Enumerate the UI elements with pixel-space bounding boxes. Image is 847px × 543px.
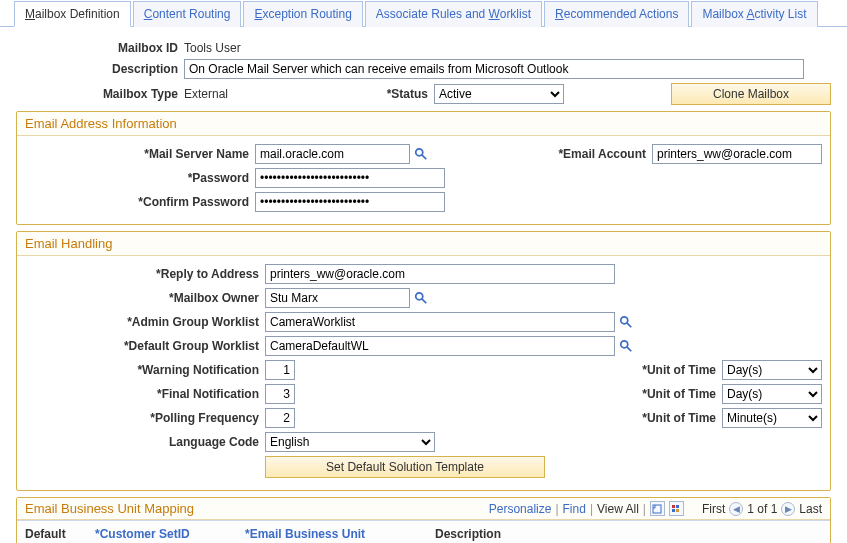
mail-server-label: *Mail Server Name (25, 147, 255, 161)
email-account-input[interactable] (652, 144, 822, 164)
tab-content-routing[interactable]: Content Routing (133, 1, 242, 27)
owner-label: *Mailbox Owner (25, 291, 265, 305)
svg-rect-10 (676, 505, 679, 508)
grid-pager: 1 of 1 (747, 502, 777, 516)
section-email-handling: Email Handling *Reply to Address *Mailbo… (16, 231, 831, 491)
final-label: *Final Notification (25, 387, 265, 401)
tab-recommended-actions[interactable]: Recommended Actions (544, 1, 689, 27)
lookup-icon[interactable] (414, 291, 428, 305)
warning-input[interactable] (265, 360, 295, 380)
grid-header-row: Default *Customer SetID *Email Business … (17, 520, 830, 543)
svg-point-4 (621, 317, 628, 324)
default-worklist-label: *Default Group Worklist (25, 339, 265, 353)
section-title: Email Address Information (17, 112, 830, 136)
status-label: *Status (374, 87, 434, 101)
confirm-password-label: *Confirm Password (25, 195, 255, 209)
download-icon[interactable] (669, 501, 684, 516)
zoom-icon[interactable] (650, 501, 665, 516)
grid-last[interactable]: Last (799, 502, 822, 516)
uot-label-1: *Unit of Time (622, 363, 722, 377)
mailbox-id-label: Mailbox ID (16, 41, 184, 55)
mailbox-type-label: Mailbox Type (16, 87, 184, 101)
description-label: Description (16, 62, 184, 76)
svg-rect-12 (676, 509, 679, 512)
svg-line-7 (627, 347, 631, 351)
grid-first[interactable]: First (702, 502, 725, 516)
reply-label: *Reply to Address (25, 267, 265, 281)
tab-strip: Mailbox Definition Content Routing Excep… (0, 0, 847, 27)
poll-input[interactable] (265, 408, 295, 428)
svg-line-5 (627, 323, 631, 327)
prev-icon[interactable]: ◀ (729, 502, 743, 516)
confirm-password-input[interactable] (255, 192, 445, 212)
svg-rect-8 (653, 505, 661, 513)
reply-input[interactable] (265, 264, 615, 284)
status-select[interactable]: Active (434, 84, 564, 104)
email-account-label: *Email Account (512, 147, 652, 161)
col-description: Description (427, 520, 766, 543)
mailbox-id-value: Tools User (184, 41, 241, 55)
grid-title: Email Business Unit Mapping (25, 501, 194, 516)
lookup-icon[interactable] (414, 147, 428, 161)
next-icon[interactable]: ▶ (781, 502, 795, 516)
svg-rect-9 (672, 505, 675, 508)
svg-line-3 (422, 299, 426, 303)
uot-select-3[interactable]: Minute(s) (722, 408, 822, 428)
col-email-bu[interactable]: *Email Business Unit (237, 520, 427, 543)
mailbox-type-value: External (184, 87, 374, 101)
mail-server-input[interactable] (255, 144, 410, 164)
description-input[interactable] (184, 59, 804, 79)
tab-mailbox-activity-list[interactable]: Mailbox Activity List (691, 1, 817, 27)
uot-select-1[interactable]: Day(s) (722, 360, 822, 380)
tab-exception-routing[interactable]: Exception Routing (243, 1, 362, 27)
clone-mailbox-button[interactable]: Clone Mailbox (671, 83, 831, 105)
default-worklist-input[interactable] (265, 336, 615, 356)
lookup-icon[interactable] (619, 339, 633, 353)
col-default: Default (17, 520, 87, 543)
admin-worklist-input[interactable] (265, 312, 615, 332)
section-email-bu-mapping: Email Business Unit Mapping Personalize … (16, 497, 831, 543)
owner-input[interactable] (265, 288, 410, 308)
tab-associate-rules-worklist[interactable]: Associate Rules and Worklist (365, 1, 542, 27)
set-default-template-button[interactable]: Set Default Solution Template (265, 456, 545, 478)
svg-line-1 (422, 155, 426, 159)
lookup-icon[interactable] (619, 315, 633, 329)
lang-label: Language Code (25, 435, 265, 449)
svg-point-2 (416, 293, 423, 300)
tab-mailbox-definition[interactable]: Mailbox Definition (14, 1, 131, 27)
lang-select[interactable]: English (265, 432, 435, 452)
grid-find-link[interactable]: Find (563, 502, 586, 516)
section-title: Email Handling (17, 232, 830, 256)
svg-point-6 (621, 341, 628, 348)
password-label: *Password (25, 171, 255, 185)
uot-label-3: *Unit of Time (622, 411, 722, 425)
section-email-address-info: Email Address Information *Mail Server N… (16, 111, 831, 225)
admin-worklist-label: *Admin Group Worklist (25, 315, 265, 329)
svg-rect-11 (672, 509, 675, 512)
col-customer-setid[interactable]: *Customer SetID (87, 520, 237, 543)
warning-label: *Warning Notification (25, 363, 265, 377)
uot-label-2: *Unit of Time (622, 387, 722, 401)
grid-view-all[interactable]: View All (597, 502, 639, 516)
grid-personalize-link[interactable]: Personalize (489, 502, 552, 516)
uot-select-2[interactable]: Day(s) (722, 384, 822, 404)
svg-point-0 (416, 149, 423, 156)
password-input[interactable] (255, 168, 445, 188)
poll-label: *Polling Frequency (25, 411, 265, 425)
final-input[interactable] (265, 384, 295, 404)
